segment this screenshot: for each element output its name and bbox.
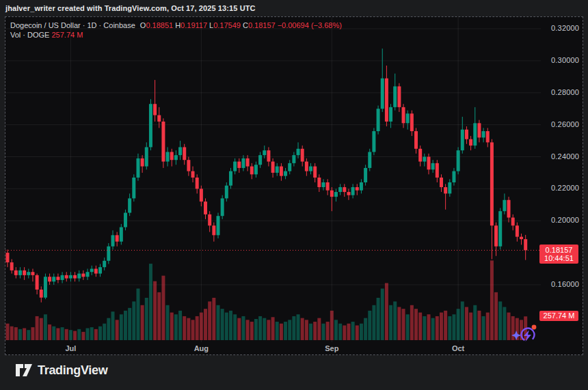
symbol-title: Dogecoin / US Dollar · 1D · Coinbase bbox=[10, 21, 135, 29]
price-tick-label: 0.26000 bbox=[551, 120, 579, 128]
tradingview-logo-icon bbox=[15, 363, 33, 378]
price-axis[interactable]: 0.320000.300000.280000.260000.240000.220… bbox=[541, 17, 583, 356]
tradingview-snapshot: jhalver_writer created with TradingView.… bbox=[0, 0, 588, 390]
bar-countdown: 10:44:51 bbox=[539, 254, 578, 262]
price-tick-label: 0.28000 bbox=[551, 88, 579, 96]
candlestick-plot[interactable] bbox=[5, 17, 541, 344]
time-tick-sep: Sep bbox=[320, 344, 343, 352]
change-value: −0.00694 (−3.68%) bbox=[278, 21, 342, 29]
price-tick-label: 0.20000 bbox=[551, 216, 579, 224]
price-tick-label: 0.16000 bbox=[551, 280, 579, 288]
symbol-legend: Dogecoin / US Dollar · 1D · CoinbaseO0.1… bbox=[10, 20, 342, 40]
time-tick-aug: Aug bbox=[189, 344, 213, 352]
open-value: 0.18851 bbox=[146, 21, 173, 29]
current-volume-badge: 257.74 M bbox=[539, 311, 578, 321]
price-tick-label: 0.24000 bbox=[551, 152, 579, 161]
legend-volume-row: Vol · DOGE257.74 M bbox=[10, 30, 342, 40]
close-label: C bbox=[243, 21, 248, 29]
tradingview-logo[interactable]: TradingView bbox=[15, 363, 107, 378]
time-tick-oct: Oct bbox=[446, 344, 470, 352]
current-price-value: 0.18157 bbox=[539, 246, 578, 254]
high-value: 0.19117 bbox=[181, 21, 207, 29]
volume-label: Vol · DOGE bbox=[10, 31, 49, 39]
high-label: H bbox=[175, 21, 181, 29]
time-tick-jul: Jul bbox=[59, 344, 82, 352]
current-price-badge: 0.18157 10:44:51 bbox=[539, 245, 578, 264]
tradingview-brand-text: TradingView bbox=[38, 363, 107, 378]
boost-lightning-icon[interactable] bbox=[510, 322, 540, 350]
close-value: 0.18157 bbox=[248, 21, 276, 29]
legend-ohlc-row: Dogecoin / US Dollar · 1D · CoinbaseO0.1… bbox=[10, 20, 342, 30]
volume-value: 257.74 M bbox=[51, 31, 83, 39]
price-tick-label: 0.22000 bbox=[551, 184, 579, 192]
chart-panel: Dogecoin / US Dollar · 1D · CoinbaseO0.1… bbox=[5, 16, 583, 355]
price-tick-label: 0.30000 bbox=[551, 56, 579, 64]
attribution-text: jhalver_writer created with TradingView.… bbox=[5, 4, 256, 12]
low-value: 0.17549 bbox=[213, 21, 241, 29]
price-tick-label: 0.32000 bbox=[551, 24, 579, 32]
current-volume-value: 257.74 M bbox=[544, 311, 575, 320]
